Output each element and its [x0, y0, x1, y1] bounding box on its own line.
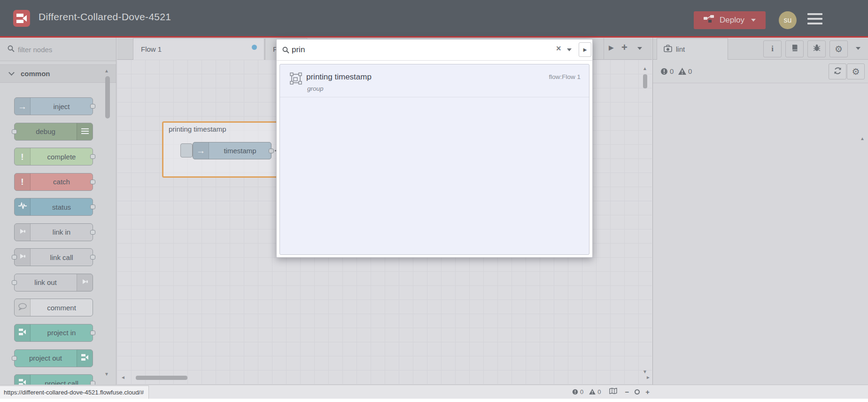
- canvas-scroll-up-icon[interactable]: ▲: [643, 66, 647, 71]
- info-icon: i: [771, 44, 774, 54]
- refresh-button[interactable]: [829, 63, 846, 79]
- exclaim-icon: !: [21, 152, 23, 161]
- search-expand-button[interactable]: ▶: [579, 42, 591, 57]
- gear-icon: ⚙: [835, 44, 843, 55]
- tab-scroll-right-icon[interactable]: ▶: [609, 44, 614, 51]
- comment-icon: [18, 303, 27, 312]
- lint-error-count: 0: [660, 67, 674, 75]
- footer-warning-count: 0: [589, 388, 601, 395]
- node-icon-zone: →: [15, 98, 31, 115]
- config-tab-button[interactable]: ⚙: [829, 40, 848, 57]
- palette-node-label: complete: [31, 148, 93, 165]
- node-icon-zone: [15, 224, 31, 241]
- sidebar-menu-caret-icon[interactable]: [856, 47, 860, 50]
- node-icon-zone: [15, 249, 31, 266]
- search-result-row[interactable]: printing timestamp group flow:Flow 1: [280, 64, 589, 97]
- palette-node-label: comment: [31, 299, 93, 316]
- output-port: [90, 331, 95, 335]
- palette-node-project-call[interactable]: project call: [14, 374, 93, 385]
- palette-node-inject[interactable]: →inject: [14, 97, 93, 115]
- canvas-scroll-right-icon[interactable]: ►: [646, 375, 651, 380]
- node-icon-zone: !: [15, 148, 31, 165]
- node-icon-zone: [77, 274, 93, 291]
- output-port: [90, 104, 95, 109]
- deploy-caret-icon[interactable]: [751, 19, 756, 22]
- canvas-scroll-left-icon[interactable]: ◄: [121, 375, 125, 380]
- filter-nodes-input[interactable]: [18, 43, 102, 55]
- deploy-icon: [704, 15, 715, 25]
- info-tab-button[interactable]: i: [763, 40, 782, 57]
- palette-node-label: catch: [31, 173, 93, 190]
- canvas-vscrollbar-thumb[interactable]: [643, 74, 647, 88]
- tab-list-caret-icon[interactable]: [637, 47, 642, 50]
- lint-toolbar: 0 0 ⚙: [653, 60, 868, 83]
- palette-node-label: inject: [31, 98, 93, 115]
- palette-node-link-out[interactable]: link out: [14, 274, 93, 292]
- search-icon: [282, 47, 289, 55]
- footer-error-count: 0: [572, 388, 583, 395]
- result-title: printing timestamp: [306, 72, 372, 82]
- palette-scrollbar-thumb[interactable]: [105, 76, 110, 118]
- node-icon-zone: [15, 375, 31, 385]
- lint-tab-label: lint: [676, 45, 685, 53]
- flowfuse-logo-icon: [13, 10, 30, 27]
- palette-scroll-down-icon[interactable]: ▼: [104, 371, 109, 377]
- inject-trigger-button[interactable]: [180, 143, 193, 158]
- modified-dot: [252, 45, 257, 50]
- help-tab-button[interactable]: [785, 40, 804, 57]
- node-icon-zone: [77, 350, 93, 367]
- canvas-scroll-down-icon[interactable]: ▼: [643, 369, 647, 374]
- palette-node-catch[interactable]: !catch: [14, 173, 93, 191]
- node-icon-zone: [15, 198, 31, 215]
- bug-icon: [813, 44, 821, 54]
- palette-node-debug[interactable]: debug: [14, 123, 93, 141]
- lines-icon: [81, 128, 89, 135]
- palette-node-complete[interactable]: !complete: [14, 148, 93, 166]
- output-port: [90, 255, 95, 260]
- add-flow-button[interactable]: +: [621, 41, 628, 54]
- palette-node-project-in[interactable]: project in: [14, 324, 93, 342]
- palette-node-status[interactable]: status: [14, 198, 93, 216]
- url-text: https://different-collared-dove-4521.flo…: [4, 389, 144, 396]
- lint-scroll-up-icon[interactable]: ▲: [860, 136, 865, 141]
- search-icon: [8, 45, 15, 54]
- canvas-hscrollbar-thumb[interactable]: [136, 376, 187, 380]
- footer-controls: 0 0 − +: [572, 386, 650, 397]
- input-port: [12, 280, 17, 285]
- exclaim-icon: !: [21, 177, 23, 186]
- book-icon: [791, 44, 798, 54]
- pulse-icon: [18, 202, 27, 212]
- output-port: [90, 205, 95, 209]
- palette-category-common[interactable]: common: [0, 64, 116, 83]
- window-edge: [0, 399, 868, 402]
- palette-node-project-out[interactable]: project out: [14, 349, 93, 367]
- clear-search-icon[interactable]: ×: [556, 44, 561, 54]
- user-avatar[interactable]: su: [779, 11, 797, 29]
- palette-node-comment[interactable]: comment: [14, 299, 93, 316]
- palette-node-link-in[interactable]: link in: [14, 223, 93, 241]
- sidebar-tab-lint[interactable]: lint: [657, 38, 728, 60]
- lint-warning-count: 0: [678, 67, 692, 75]
- inject-node[interactable]: → timestamp: [193, 142, 271, 159]
- chevron-down-icon: [8, 70, 15, 76]
- palette-node-label: link out: [15, 274, 77, 291]
- search-options-caret-icon[interactable]: [567, 48, 572, 51]
- tab-flow-1[interactable]: Flow 1: [133, 38, 264, 60]
- deploy-button[interactable]: Deploy: [694, 11, 766, 29]
- search-input-row: × ▶: [277, 39, 592, 61]
- output-port: [90, 154, 95, 159]
- link-icon: [19, 228, 26, 237]
- debug-tab-button[interactable]: [807, 40, 826, 57]
- palette-node-link-call[interactable]: link call: [14, 248, 93, 266]
- map-toggle-button[interactable]: [609, 388, 617, 395]
- palette-scroll-up-icon[interactable]: ▲: [104, 68, 109, 73]
- zoom-reset-button[interactable]: [635, 389, 640, 394]
- zoom-out-button[interactable]: −: [625, 388, 629, 396]
- output-port[interactable]: [269, 149, 274, 153]
- search-input[interactable]: [292, 43, 545, 56]
- zoom-in-button[interactable]: +: [645, 388, 650, 396]
- project-icon: [81, 354, 89, 363]
- lint-settings-button[interactable]: ⚙: [847, 63, 865, 79]
- inject-node-label: timestamp: [209, 142, 271, 159]
- hamburger-menu-icon[interactable]: [807, 13, 822, 24]
